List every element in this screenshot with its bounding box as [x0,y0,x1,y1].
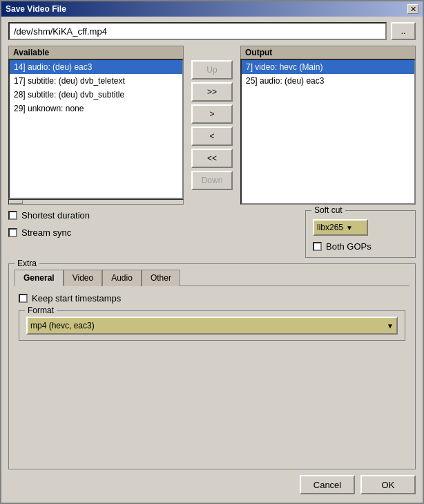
available-listbox[interactable]: 14] audio: (deu) eac3 17] subtitle: (deu… [8,59,184,199]
stream-sync-label: Stream sync [21,227,71,238]
tab-video[interactable]: Video [64,270,102,286]
dialog-buttons-row: Cancel OK [8,475,416,497]
stream-sync-checkbox[interactable] [8,228,17,237]
output-label: Output [240,46,416,59]
options-row: Shortest duration Stream sync Soft cut l… [8,210,416,258]
codec-dropdown[interactable]: libx265 ▼ [313,219,368,236]
cancel-button[interactable]: Cancel [300,475,355,494]
both-gops-row: Both GOPs [313,241,372,252]
tabs-row: General Video Audio Other [15,270,409,286]
lists-row: Available 14] audio: (deu) eac3 17] subt… [8,46,416,205]
dialog-window: Save Video File ✕ .. Available 14] audio… [0,0,424,504]
list-item[interactable]: 29] unknown: none [10,102,182,115]
checkboxes-col: Shortest duration Stream sync [8,210,291,238]
soft-cut-legend: Soft cut [311,205,345,215]
tab-general[interactable]: General [15,270,64,286]
left-button[interactable]: < [191,127,233,146]
list-item[interactable]: 28] subtitle: (deu) dvb_subtitle [10,88,182,102]
stream-sync-row: Stream sync [8,227,291,238]
both-gops-checkbox[interactable] [313,242,322,251]
keep-timestamps-label: Keep start timestamps [32,293,121,304]
arrows-column: Up >> > < << Down [188,46,236,205]
title-bar: Save Video File ✕ [1,1,423,17]
output-list-container: Output 7] video: hevc (Main) 25] audio: … [240,46,416,205]
extra-group: Extra General Video Audio Other Keep sta… [8,263,416,469]
extra-legend: Extra [15,259,39,268]
keep-timestamps-checkbox[interactable] [19,294,28,303]
format-group: Format mp4 (hevc, eac3) ▼ [19,310,405,341]
codec-dropdown-arrow: ▼ [346,224,353,232]
dialog-title: Save Video File [6,4,66,14]
available-label: Available [8,46,184,59]
available-scrollbar-thumb[interactable] [9,200,23,204]
output-listbox[interactable]: 7] video: hevc (Main) 25] audio: (deu) e… [240,59,416,205]
available-scrollbar[interactable] [8,199,184,205]
codec-label: libx265 [317,223,343,232]
keep-timestamps-row: Keep start timestamps [19,293,405,304]
soft-cut-inner: libx265 ▼ Both GOPs [313,219,408,252]
list-item[interactable]: 7] video: hevc (Main) [242,60,414,74]
list-item[interactable]: 25] audio: (deu) eac3 [242,74,414,88]
browse-button[interactable]: .. [391,22,416,40]
shortest-duration-row: Shortest duration [8,210,291,221]
up-button[interactable]: Up [191,60,233,80]
right-button[interactable]: > [191,104,233,124]
tab-content-general: Keep start timestamps Format mp4 (hevc, … [15,286,409,344]
format-dropdown-arrow: ▼ [387,322,394,330]
double-left-button[interactable]: << [191,149,233,168]
list-item[interactable]: 14] audio: (deu) eac3 [10,60,182,74]
dialog-body: .. Available 14] audio: (deu) eac3 17] s… [1,17,423,503]
available-list-container: Available 14] audio: (deu) eac3 17] subt… [8,46,184,205]
soft-cut-group: Soft cut libx265 ▼ Both GOPs [305,210,416,258]
ok-button[interactable]: OK [360,475,416,494]
format-value: mp4 (hevc, eac3) [30,321,95,330]
both-gops-label: Both GOPs [326,241,372,252]
close-button[interactable]: ✕ [407,4,418,14]
shortest-duration-label: Shortest duration [21,210,90,221]
tab-other[interactable]: Other [142,270,180,286]
down-button[interactable]: Down [191,171,233,190]
file-path-input[interactable] [8,22,387,40]
format-legend: Format [25,306,57,315]
file-path-row: .. [8,22,416,40]
tab-audio[interactable]: Audio [102,270,142,286]
format-dropdown[interactable]: mp4 (hevc, eac3) ▼ [26,317,398,335]
shortest-duration-checkbox[interactable] [8,211,17,220]
double-right-button[interactable]: >> [191,82,233,102]
list-item[interactable]: 17] subtitle: (deu) dvb_teletext [10,74,182,88]
